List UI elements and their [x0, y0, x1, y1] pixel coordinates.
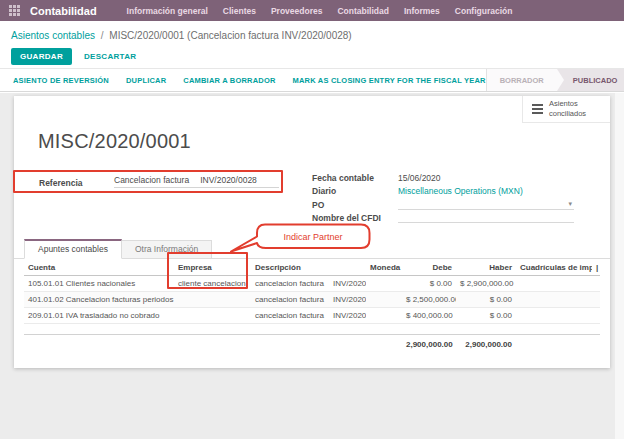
journal-items-table: Cuenta Empresa Descripción Moneda Debe H…	[24, 259, 600, 352]
record-title: MISC/2020/0001	[38, 130, 191, 153]
po-label: PO	[312, 200, 398, 210]
nombre-cfdi-input[interactable]	[398, 212, 574, 223]
action-bar: ASIENTO DE REVERSIÓN DUPLICAR CAMBIAR A …	[0, 68, 624, 92]
caret-down-icon[interactable]: ▾	[568, 200, 574, 207]
status-publicado[interactable]: PUBLICADO	[564, 69, 624, 91]
right-field-column: Fecha contable 15/06/2020 Diario Miscell…	[312, 169, 574, 223]
cell-debe: $ 400,000.00	[402, 308, 456, 324]
notebook: Apuntes contables Otra Información Cuent…	[14, 240, 610, 352]
col-header-empresa[interactable]: Empresa	[174, 259, 251, 276]
col-header-descripcion[interactable]: Descripción	[251, 259, 366, 276]
cell-cuenta: 401.01.02 Cancelacion facturas periodos …	[24, 292, 174, 308]
nav-item-contabilidad[interactable]: Contabilidad	[337, 6, 388, 16]
reconciled-entries-button[interactable]: Asientos conciliados	[522, 96, 610, 123]
table-row[interactable]: 401.01.02 Cancelacion facturas periodos …	[24, 292, 600, 308]
col-header-impuestos[interactable]: Cuadrículas de impuestos	[516, 259, 592, 276]
cell-descripcion: cancelacion facturaINV/2020/0028	[251, 308, 366, 324]
cell-moneda	[366, 308, 402, 324]
nombre-cfdi-label: Nombre del CFDI	[312, 213, 398, 223]
nav-item-informacion-general[interactable]: Información general	[127, 6, 208, 16]
cell-moneda	[366, 276, 402, 292]
empty-row	[24, 324, 600, 335]
field-referencia: Referencia Cancelacion factura INV/2020/…	[39, 175, 279, 188]
breadcrumb-parent-link[interactable]: Asientos contables	[11, 30, 95, 41]
fecha-contable-value: 15/06/2020	[398, 173, 574, 183]
edit-buttons-row: GUARDAR DESCARTAR	[0, 41, 624, 65]
field-po: PO ▾	[312, 196, 574, 210]
cell-empresa	[174, 308, 251, 324]
col-header-debe[interactable]: Debe	[402, 259, 456, 276]
table-row[interactable]: 209.01.01 IVA trasladado no cobrado canc…	[24, 308, 600, 324]
lines-icon	[532, 104, 543, 114]
breadcrumb: Asientos contables / MISC/2020/0001 (Can…	[0, 21, 624, 41]
referencia-input[interactable]: Cancelacion factura INV/2020/0028	[114, 175, 279, 188]
optional-columns-toggle-icon[interactable]: |	[592, 259, 600, 276]
scrollbar-track[interactable]	[615, 93, 624, 439]
cell-cuenta: 105.01.01 Clientes nacionales	[24, 276, 174, 292]
diario-label: Diario	[312, 186, 398, 196]
field-fecha-contable: Fecha contable 15/06/2020	[312, 169, 574, 183]
app-window: Contabilidad Información general Cliente…	[0, 0, 624, 439]
col-header-cuenta[interactable]: Cuenta	[24, 259, 174, 276]
table-row[interactable]: 105.01.01 Clientes nacionales cliente ca…	[24, 276, 600, 292]
save-button[interactable]: GUARDAR	[11, 48, 72, 65]
breadcrumb-current: MISC/2020/0001 (Cancelacion factura INV/…	[109, 30, 351, 41]
status-borrador[interactable]: BORRADOR	[487, 69, 557, 91]
cell-descripcion: cancelacion facturaINV/2020/0028	[251, 292, 366, 308]
discard-button[interactable]: DESCARTAR	[84, 52, 136, 61]
cell-haber: $ 2,900,000.00	[456, 276, 516, 292]
field-diario: Diario Miscellaneous Operations (MXN)	[312, 183, 574, 197]
breadcrumb-separator: /	[98, 30, 107, 41]
diario-link[interactable]: Miscellaneous Operations (MXN)	[398, 186, 574, 196]
nav-item-clientes[interactable]: Clientes	[223, 6, 256, 16]
duplicate-button[interactable]: DUPLICAR	[126, 76, 166, 85]
cell-empresa: cliente cancelacion	[174, 276, 251, 292]
reset-to-draft-button[interactable]: CAMBIAR A BORRADOR	[183, 76, 275, 85]
fecha-contable-label: Fecha contable	[312, 173, 398, 183]
nav-item-configuracion[interactable]: Configuración	[455, 6, 513, 16]
app-name[interactable]: Contabilidad	[30, 5, 97, 17]
total-haber: 2,900,000.00	[456, 335, 516, 353]
cell-moneda	[366, 292, 402, 308]
cell-haber: $ 0.00	[456, 292, 516, 308]
po-dropdown[interactable]: ▾	[398, 199, 574, 210]
closing-entry-button[interactable]: MARK AS CLOSING ENTRY FOR THE FISCAL YEA…	[293, 76, 486, 85]
cell-haber: $ 0.00	[456, 308, 516, 324]
content-area: Asientos conciliados MISC/2020/0001 Refe…	[0, 93, 624, 439]
status-bar: BORRADOR PUBLICADO	[486, 69, 624, 91]
form-sheet: Asientos conciliados MISC/2020/0001 Refe…	[14, 96, 610, 368]
apps-grid-icon[interactable]	[9, 5, 20, 16]
col-header-haber[interactable]: Haber	[456, 259, 516, 276]
cell-cuenta: 209.01.01 IVA trasladado no cobrado	[24, 308, 174, 324]
nav-item-informes[interactable]: Informes	[404, 6, 440, 16]
reverse-entry-button[interactable]: ASIENTO DE REVERSIÓN	[13, 76, 109, 85]
tab-strip: Apuntes contables Otra Información	[14, 240, 610, 259]
tab-apuntes-contables[interactable]: Apuntes contables	[24, 239, 122, 259]
main-menu: Información general Clientes Proveedores…	[127, 6, 513, 16]
referencia-label: Referencia	[39, 178, 114, 188]
cell-empresa	[174, 292, 251, 308]
tab-otra-informacion[interactable]: Otra Información	[122, 240, 212, 259]
col-header-moneda[interactable]: Moneda	[366, 259, 402, 276]
field-nombre-cfdi: Nombre del CFDI	[312, 210, 574, 224]
cell-debe: $ 2,500,000.00	[402, 292, 456, 308]
total-debe: 2,900,000.00	[402, 335, 456, 353]
reconciled-entries-label: Asientos conciliados	[549, 99, 586, 119]
cell-impuestos	[516, 308, 592, 324]
table-header-row: Cuenta Empresa Descripción Moneda Debe H…	[24, 259, 600, 276]
control-panel: Asientos contables / MISC/2020/0001 (Can…	[0, 21, 624, 68]
cell-descripcion: cancelacion facturaINV/2020/0028	[251, 276, 366, 292]
status-arrow-icon	[557, 69, 564, 91]
nav-item-proveedores[interactable]: Proveedores	[271, 6, 323, 16]
cell-debe: $ 0.00	[402, 276, 456, 292]
top-navbar: Contabilidad Información general Cliente…	[0, 0, 624, 21]
cell-impuestos	[516, 276, 592, 292]
totals-row: 2,900,000.00 2,900,000.00	[24, 335, 600, 353]
action-buttons: ASIENTO DE REVERSIÓN DUPLICAR CAMBIAR A …	[0, 69, 486, 91]
cell-impuestos	[516, 292, 592, 308]
